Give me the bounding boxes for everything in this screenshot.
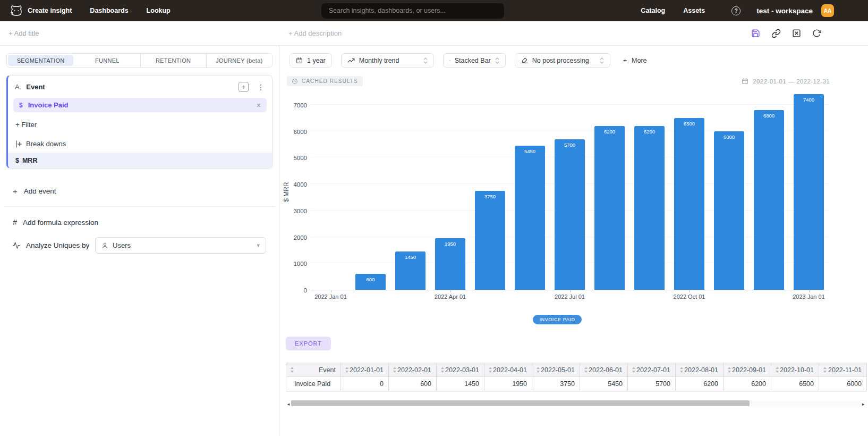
chart-bar-2022-10-01[interactable]: 6500: [674, 118, 704, 290]
bar-value-label: 1950: [435, 241, 465, 247]
y-axis-tick-label: 3000: [293, 208, 307, 214]
event-group-menu-icon[interactable]: ⋮: [257, 83, 265, 91]
activity-icon: [12, 241, 21, 249]
y-axis-tick-label: 6000: [293, 129, 307, 135]
results-panel: 1 year Monthly trend Stacked Bar No post…: [279, 46, 868, 436]
insight-header-bar: + Add title + Add description: [0, 21, 868, 46]
copy-link-icon[interactable]: [771, 29, 781, 38]
horizontal-scrollbar[interactable]: ◂ ▸: [286, 400, 866, 407]
column-header-2022-02-01[interactable]: 2022-02-01: [389, 363, 437, 377]
add-filter-button[interactable]: + Filter: [8, 112, 272, 129]
column-header-2022-10-01[interactable]: 2022-10-01: [771, 363, 819, 377]
column-header-2022-05-01[interactable]: 2022-05-01: [532, 363, 580, 377]
column-header-2022-03-01[interactable]: 2022-03-01: [437, 363, 484, 377]
post-processing-select[interactable]: No post processing: [515, 53, 610, 68]
tab-segmentation[interactable]: SEGMENTATION: [8, 55, 73, 66]
sort-icon: [775, 367, 779, 373]
add-formula-button[interactable]: # Add formula expression: [6, 218, 273, 227]
results-status-row: CACHED RESULTS 2022-01-01 — 2022-12-31: [287, 76, 830, 86]
tab-funnel[interactable]: FUNNEL: [74, 54, 140, 67]
chart-bar-2022-07-01[interactable]: 5700: [555, 139, 585, 290]
chart-bar-2022-02-01[interactable]: 600: [355, 274, 386, 290]
more-options-label: More: [632, 57, 646, 64]
post-processing-select-value: No post processing: [532, 57, 589, 64]
nav-link-dashboards[interactable]: Dashboards: [90, 7, 128, 14]
add-title-button[interactable]: + Add title: [8, 29, 39, 37]
chart-bar-2022-11-01[interactable]: 6000: [714, 131, 744, 290]
close-square-icon[interactable]: [792, 29, 801, 38]
avatar[interactable]: AA: [821, 4, 834, 17]
sort-icon: [823, 367, 827, 373]
add-event-button[interactable]: + Add event: [6, 187, 273, 196]
clock-icon: [292, 78, 298, 85]
analysis-tabs: SEGMENTATIONFUNNELRETENTIONJOURNEY (beta…: [6, 53, 273, 68]
scrollbar-thumb[interactable]: [291, 400, 750, 406]
save-icon[interactable]: [751, 29, 760, 38]
refresh-icon[interactable]: [812, 29, 821, 38]
help-icon[interactable]: ?: [731, 6, 741, 15]
analyze-by-select[interactable]: Users ▾: [95, 237, 266, 254]
trend-select[interactable]: Monthly trend: [341, 53, 434, 68]
chart-bar-2022-12-01[interactable]: 6800: [754, 110, 784, 290]
bar-value-label: 6200: [634, 129, 665, 135]
column-header-2022-07-01[interactable]: 2022-07-01: [628, 363, 676, 377]
column-header-2022-06-01[interactable]: 2022-06-01: [580, 363, 628, 377]
chart-bar-2022-05-01[interactable]: 3750: [475, 191, 505, 290]
tab-retention[interactable]: RETENTION: [140, 54, 206, 67]
remove-event-icon[interactable]: ×: [257, 101, 261, 110]
chart-type-select-value: Stacked Bar: [455, 57, 491, 64]
nav-link-catalog[interactable]: Catalog: [641, 7, 665, 14]
selected-event-row[interactable]: $ Invoice Paid ×: [13, 98, 267, 112]
results-table: Event2022-01-012022-02-012022-03-012022-…: [286, 363, 867, 391]
export-button[interactable]: EXPORT: [286, 337, 331, 350]
nav-link-lookup[interactable]: Lookup: [147, 7, 171, 14]
app-logo[interactable]: [5, 4, 28, 18]
bar-chart-icon: [449, 57, 450, 64]
search-input[interactable]: [321, 3, 504, 19]
sidebar-divider: [4, 206, 275, 207]
legend-item-invoice-paid[interactable]: INVOICE PAID: [533, 315, 581, 324]
plus-icon: +: [623, 57, 627, 64]
nav-link-assets[interactable]: Assets: [683, 7, 705, 14]
column-header-2022-09-01[interactable]: 2022-09-01: [724, 363, 771, 377]
column-header-2022-04-01[interactable]: 2022-04-01: [484, 363, 532, 377]
scroll-right-arrow-icon[interactable]: ▸: [861, 400, 866, 407]
header-actions: [751, 29, 860, 38]
column-header-label: 2022-09-01: [732, 366, 766, 374]
column-header-label: 2022-04-01: [493, 366, 527, 374]
plus-icon: +: [13, 187, 18, 196]
breakdowns-button[interactable]: Break downs: [8, 129, 272, 153]
value-cell: 6500: [771, 377, 819, 391]
workspace-name[interactable]: test - workspace: [756, 7, 813, 15]
x-axis-tick-label: 2022 Apr 01: [419, 294, 482, 300]
chart-bar-2023-01-01[interactable]: 7400: [794, 94, 824, 290]
dollar-icon: $: [15, 157, 19, 164]
bar-value-label: 7400: [794, 97, 824, 103]
chart-bar-2022-08-01[interactable]: 6200: [594, 126, 625, 290]
column-header-2022-08-01[interactable]: 2022-08-01: [676, 363, 724, 377]
y-axis-tick-label: 7000: [293, 102, 307, 108]
date-range-button[interactable]: 1 year: [290, 53, 332, 68]
add-description-button[interactable]: + Add description: [288, 29, 342, 37]
chart-bar-2022-06-01[interactable]: 5450: [515, 146, 545, 290]
bar-value-label: 600: [355, 276, 386, 282]
column-header-label: 2022-01-01: [350, 366, 384, 374]
chart-bar-2022-04-01[interactable]: 1950: [435, 238, 465, 290]
sort-icon: [536, 367, 540, 373]
duplicate-event-button[interactable]: +: [239, 82, 249, 92]
nav-link-create-insight[interactable]: Create insight: [28, 7, 72, 14]
column-header-label: 2022-05-01: [541, 366, 575, 374]
analyze-uniques-label: Analyze Uniques by: [26, 241, 89, 249]
sort-icon: [727, 367, 731, 373]
column-header-event[interactable]: Event: [286, 363, 341, 377]
chart-type-select[interactable]: Stacked Bar: [443, 53, 506, 68]
tab-journey-beta[interactable]: JOURNEY (beta): [206, 54, 272, 67]
breakdown-property-row[interactable]: $ MRR: [8, 153, 272, 168]
column-header-2022-01-01[interactable]: 2022-01-01: [341, 363, 389, 377]
more-options-button[interactable]: + More: [623, 57, 647, 64]
chart-bar-2022-09-01[interactable]: 6200: [634, 126, 665, 290]
column-header-2022-11-01[interactable]: 2022-11-01: [819, 363, 867, 377]
chart-bar-2022-03-01[interactable]: 1450: [395, 251, 426, 290]
hash-icon: #: [13, 218, 17, 227]
scroll-left-arrow-icon[interactable]: ◂: [286, 400, 291, 407]
